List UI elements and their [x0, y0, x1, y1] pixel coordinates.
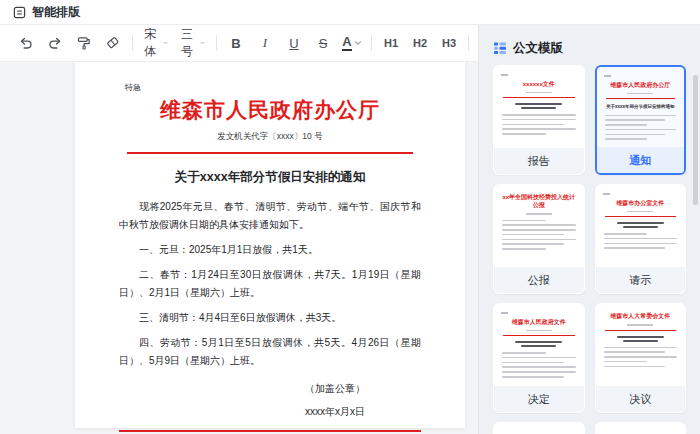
template-thumbnail: 维森市人民政府办公厅 关于xxxx年部分节假日安排的通知: [597, 67, 685, 147]
template-thumbnail: xxxxxx文件: [494, 66, 584, 148]
thumb-title: 维森市人民政府文件: [501, 318, 577, 326]
doc-paragraph[interactable]: 四、劳动节：5月1日至5日放假调休，共5天。4月26日（星期日）、5月9日（星期…: [119, 334, 421, 370]
heading3-button[interactable]: H3: [439, 31, 459, 55]
thumb-body-bars: [603, 233, 679, 249]
font-family-value: 宋体: [144, 26, 159, 60]
template-row-partial: [493, 422, 686, 434]
thumb-title: xx年全国科技经费投入统计公报: [501, 193, 577, 209]
doc-title[interactable]: 关于xxxx年部分节假日安排的通知: [119, 169, 421, 186]
thumb-heading-bars: [501, 103, 577, 109]
template-label: 决议: [596, 386, 686, 412]
thumb-placeholder-line: [604, 75, 611, 77]
thumb-body-bars: [603, 347, 679, 368]
template-card-decision[interactable]: 维森市人民政府文件 决定: [493, 303, 585, 413]
font-size-value: 三号: [181, 26, 196, 60]
doc-paragraph[interactable]: 现将2025年元旦、春节、清明节、劳动节、端午节、国庆节和中秋节放假调休日期的具…: [119, 198, 421, 234]
document-page[interactable]: 特急 维森市人民政府办公厅 发文机关代字〔xxxx〕10 号 关于xxxx年部分…: [75, 62, 465, 428]
doc-urgency-label[interactable]: 特急: [125, 82, 421, 93]
template-thumbnail: 维森市人大常委会文件: [596, 304, 686, 386]
undo-button[interactable]: [16, 31, 36, 55]
thumb-placeholder-line: [526, 213, 552, 215]
underline-button[interactable]: U: [284, 31, 304, 55]
redo-button[interactable]: [45, 31, 65, 55]
bold-button[interactable]: B: [226, 31, 246, 55]
thumb-placeholder-line: [627, 211, 653, 213]
template-card-grid: xxxxxx文件 报告 维森市人民政府办公厅 关于: [493, 65, 686, 413]
template-card-partial[interactable]: [595, 422, 687, 434]
font-color-button[interactable]: A: [342, 31, 362, 55]
template-label: 请示: [596, 267, 686, 293]
template-thumbnail: 维森市人民政府文件: [494, 304, 584, 386]
font-family-select[interactable]: 宋体: [142, 31, 170, 55]
template-label: 公报: [494, 267, 584, 293]
doc-paragraph[interactable]: 二、春节：1月24日至30日放假调休，共7天。1月19日（星期日）、2月1日（星…: [119, 266, 421, 302]
template-grid-icon: [493, 41, 507, 55]
template-card-notice[interactable]: 维森市人民政府办公厅 关于xxxx年部分节假日安排的通知 通知: [595, 65, 687, 175]
thumb-placeholder-line: [627, 93, 653, 95]
thumb-body-bars: [501, 114, 577, 135]
format-painter-icon: [76, 35, 92, 51]
thumb-red-divider: [605, 216, 677, 217]
chevron-down-icon: [354, 39, 362, 47]
italic-button[interactable]: I: [255, 31, 275, 55]
template-thumbnail: 维森市办公室文件: [596, 185, 686, 267]
thumb-heading-bars: [603, 336, 679, 342]
eraser-button[interactable]: [103, 31, 123, 55]
chevron-down-icon: [200, 39, 205, 47]
template-card-request[interactable]: 维森市办公室文件 请示: [595, 184, 687, 294]
font-color-label: A: [342, 35, 351, 51]
template-label: 决定: [494, 386, 584, 412]
panel-scrollbar[interactable]: [693, 75, 698, 205]
doc-reference-number[interactable]: 发文机关代字〔xxxx〕10 号: [119, 131, 421, 143]
template-card-partial[interactable]: [493, 422, 585, 434]
format-painter-button[interactable]: [74, 31, 94, 55]
toolbar-divider: [371, 35, 372, 51]
app-window: 智能排版: [0, 0, 700, 434]
template-thumbnail: xx年全国科技经费投入统计公报: [494, 185, 584, 267]
toolbar-divider: [468, 35, 469, 51]
undo-icon: [18, 35, 34, 51]
thumb-placeholder-line: [501, 312, 508, 314]
thumb-heading-bars: [501, 341, 577, 347]
template-panel: 公文模版 xxxxxx文件 报告: [478, 25, 700, 434]
thumb-red-divider: [503, 97, 575, 98]
thumb-heading-bars: [603, 222, 679, 228]
app-header: 智能排版: [0, 0, 700, 25]
thumb-placeholder-line: [627, 324, 653, 326]
font-size-select[interactable]: 三号: [179, 31, 207, 55]
document-app-icon: [13, 6, 26, 19]
doc-issuing-org[interactable]: 维森市人民政府办公厅: [119, 96, 421, 124]
thumb-placeholder-line: [526, 92, 552, 94]
doc-paragraph[interactable]: 三、清明节：4月4日至6日放假调休，共3天。: [119, 309, 421, 327]
editor-toolbar: 宋体 三号 B I U S A H1 H2 H3: [0, 25, 478, 62]
thumb-red-divider: [606, 98, 676, 99]
toolbar-divider: [132, 35, 133, 51]
doc-paragraph[interactable]: 一、元旦：2025年1月1日放假，共1天。: [119, 241, 421, 259]
thumb-title: 维森市人大常委会文件: [603, 312, 679, 320]
doc-seal-note[interactable]: （加盖公章）: [119, 382, 421, 396]
template-card-resolution[interactable]: 维森市人大常委会文件 决议: [595, 303, 687, 413]
thumb-placeholder-line: [603, 193, 610, 195]
thumb-body-bars: [501, 352, 577, 378]
thumb-red-divider: [503, 335, 575, 336]
template-card-bulletin[interactable]: xx年全国科技经费投入统计公报 公报: [493, 184, 585, 294]
editor-canvas: 特急 维森市人民政府办公厅 发文机关代字〔xxxx〕10 号 关于xxxx年部分…: [0, 62, 478, 434]
template-card-report[interactable]: xxxxxx文件 报告: [493, 65, 585, 175]
doc-footer: 抄送：机关一、机关二、机关三、机关四、机关五、机关六、机关七 印发机关： xxx…: [119, 430, 421, 434]
thumb-title: 维森市办公室文件: [603, 199, 679, 207]
thumb-title: 维森市人民政府办公厅: [604, 81, 678, 89]
heading2-button[interactable]: H2: [410, 31, 430, 55]
thumb-body-bars: [501, 220, 577, 250]
app-title: 智能排版: [32, 4, 80, 21]
thumb-placeholder-line: [501, 74, 508, 76]
thumb-subtitle: 关于xxxx年部分节假日安排的通知: [604, 104, 678, 110]
doc-red-divider: [127, 152, 413, 154]
template-panel-header: 公文模版: [493, 25, 686, 65]
eraser-icon: [105, 35, 121, 51]
redo-icon: [47, 35, 63, 51]
doc-sign-date[interactable]: xxxx年x月x日: [119, 405, 421, 419]
heading1-button[interactable]: H1: [381, 31, 401, 55]
template-label: 通知: [597, 147, 685, 173]
strikethrough-button[interactable]: S: [313, 31, 333, 55]
toolbar-divider: [216, 35, 217, 51]
